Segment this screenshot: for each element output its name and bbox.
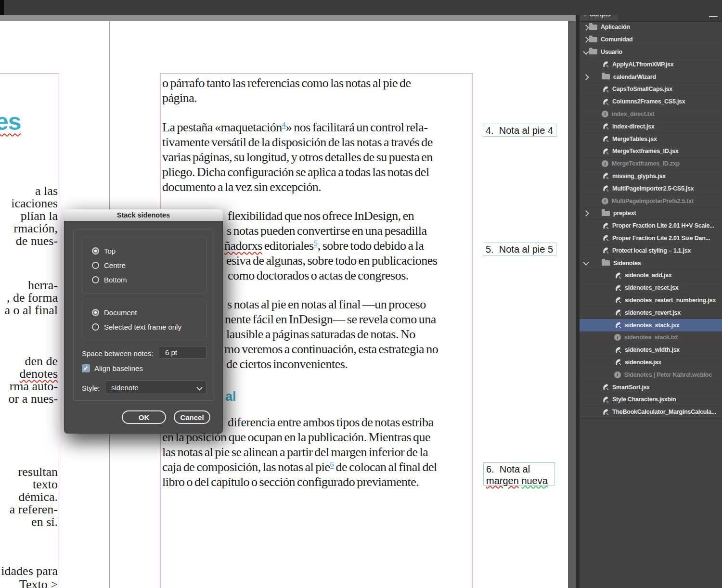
style-dropdown-value: sidenote [111, 383, 139, 392]
folder-item-usuario[interactable]: Usuario [580, 46, 722, 59]
text-run: texto [33, 477, 58, 491]
script-item-missing-glyphs-jsx[interactable]: missing_glyphs.jsx [580, 170, 722, 183]
info-item-mergetextframes-id-zxp[interactable]: iMergeTextframes_ID.zxp [580, 158, 722, 170]
chevron-right-icon[interactable] [583, 25, 589, 31]
script-icon [614, 358, 621, 366]
script-item-sidenotes-restart-numbering-jsx[interactable]: sidenotes_restart_numbering.jsx [580, 294, 722, 307]
script-item-sidenotes-reset-jsx[interactable]: sidenotes_reset.jsx [580, 282, 722, 294]
info-icon: i [614, 334, 621, 341]
misspelled-word: ñadorxs [224, 239, 262, 253]
text-run: or a nues- [8, 392, 58, 406]
script-item-label: MergeTextframes_ID.zxp [612, 160, 680, 167]
script-icon [602, 185, 609, 192]
chevron-right-icon[interactable] [583, 37, 589, 43]
info-item-sidenotes-stack-txt[interactable]: isidenotes_stack.txt [580, 332, 722, 344]
position-groupbox: TopCentreBottom [82, 237, 207, 294]
folder-icon [602, 74, 610, 79]
script-item-multipageimporter2-5-cs5-jsx[interactable]: MultiPageImporter2.5-CS5.jsx [580, 182, 722, 195]
script-item-style-characters-jsxbin[interactable]: Style Characters.jsxbin [580, 394, 722, 406]
info-icon: i [614, 371, 621, 378]
text-run: libro o del capítulo o sección configura… [162, 475, 419, 489]
radio-label: Top [104, 247, 116, 255]
script-item-sidenote-add-jsx[interactable]: sidenote_add.jsx [580, 269, 722, 282]
sidenote-frame-5[interactable]: 5. Nota al pie 5 [483, 243, 556, 256]
sidenote-frame-6[interactable]: 6. Nota almargen nueva [483, 462, 555, 486]
footnote-link[interactable]: 4 [282, 121, 286, 129]
document-text-line: esiva de algunas, sobre todo en publicac… [226, 254, 437, 268]
folder-item-comunidad[interactable]: Comunidad [580, 34, 722, 46]
script-icon [614, 296, 621, 304]
style-dropdown[interactable]: sidenote [105, 381, 207, 394]
chevron-down-icon[interactable] [583, 259, 589, 266]
script-item-protect-local-styling-1-1-jsx[interactable]: Protect local styling – 1.1.jsx [580, 244, 722, 257]
script-item-label: sidenotes_stack.jsx [625, 322, 679, 329]
script-item-proper-fraction-lite-2-01-h-v-scale[interactable]: Proper Fraction Lite 2.01 H+V Scale... [580, 220, 722, 232]
chevron-down-icon[interactable] [583, 49, 589, 55]
script-item-sidenotes-stack-jsx[interactable]: sidenotes_stack.jsx [580, 319, 722, 332]
script-item-sidenotes-jsx[interactable]: sidenotes.jsx [580, 357, 722, 369]
folder-item-preptext[interactable]: preptext [580, 207, 722, 220]
folder-item-sidenotes[interactable]: Sidenotes [580, 257, 722, 269]
top-bar-corner [0, 0, 4, 15]
radio-option-top[interactable]: Top [92, 247, 206, 255]
radio-option-selected-text-frame-only[interactable]: Selected text frame only [92, 323, 206, 331]
document-text-line: s notas al pie en notas al final —un pro… [227, 297, 426, 312]
script-item-sidenotes-width-jsx[interactable]: sidenotes_width.jsx [580, 344, 722, 357]
cancel-button[interactable]: Cancel [174, 410, 210, 424]
script-item-applyaltfromxmp-jsx[interactable]: ApplyALTfromXMP.jsx [580, 58, 722, 71]
radio-icon[interactable] [92, 276, 99, 283]
align-baselines-checkbox[interactable]: ✓ [82, 364, 90, 372]
script-item-mergetables-jsx[interactable]: MergeTables.jsx [580, 133, 722, 145]
sidenote-frame-4[interactable]: 4. Nota al pie 4 [483, 124, 556, 137]
radio-icon[interactable] [92, 323, 99, 331]
chevron-right-icon[interactable] [583, 74, 589, 80]
radio-icon[interactable] [92, 262, 99, 269]
script-item-label: SmartSort.jsx [612, 384, 650, 391]
script-icon [602, 148, 609, 155]
left-column-text-line: en sí. [31, 515, 58, 529]
document-text-line: libro o del capítulo o sección configura… [162, 475, 419, 489]
script-item-label: Proper Fraction Lite 2.01 H+V Scale... [612, 222, 714, 229]
info-item-multipageimporterprefs2-5-txt[interactable]: iMultiPageImporterPrefs2.5.txt [580, 195, 722, 207]
script-item-columns2frames-cs5-jsx[interactable]: Columns2Frames_CS5.jsx [580, 96, 722, 108]
radio-option-bottom[interactable]: Bottom [92, 276, 206, 284]
folder-item-aplicaci-n[interactable]: Aplicación [580, 21, 722, 34]
radio-option-centre[interactable]: Centre [92, 261, 206, 269]
chevron-right-icon[interactable] [583, 211, 589, 217]
text-run: den de [25, 354, 58, 368]
script-item-label: sidenotes_revert.jsx [625, 309, 681, 316]
radio-icon[interactable] [92, 309, 99, 316]
script-item-proper-fraction-lite-2-01-size-dan[interactable]: Proper Fraction Lite 2.01 Size Dan... [580, 232, 722, 245]
sidenote-text-line: margen nueva [486, 475, 554, 486]
folder-item-calendarwizard[interactable]: calendarWizard [580, 71, 722, 83]
document-text-line: documento a la vez sin excepción. [162, 180, 321, 194]
left-column-text-line: or a nues- [8, 392, 58, 406]
document-text-line: s notas pueden convertirse en una pesadi… [227, 224, 427, 238]
script-item-mergetextframes-id-jsx[interactable]: MergeTextframes_ID.jsx [580, 145, 722, 158]
script-item-thebookcalculator-marginscalcula[interactable]: TheBookCalculator_MarginsCalcula... [580, 406, 722, 419]
script-item-label: Usuario [601, 49, 622, 55]
radio-icon[interactable] [92, 247, 99, 255]
document-scrollbar[interactable] [568, 21, 576, 588]
footnote-link[interactable]: 6 [330, 460, 334, 469]
text-run: 5. Nota al pie 5 [486, 244, 553, 255]
document-text-line: flexibilidad que nos ofrece InDesign, en [228, 209, 414, 223]
footnote-link[interactable]: 5 [314, 239, 318, 247]
info-item-sidenotes-peter-kahrel-webloc[interactable]: iSidenotes | Peter Kahrel.webloc [580, 369, 722, 381]
ok-button[interactable]: OK [122, 410, 166, 424]
radio-label: Document [104, 308, 137, 317]
folder-icon [602, 211, 610, 216]
space-between-notes-input[interactable] [159, 346, 207, 359]
info-icon: i [602, 160, 608, 167]
script-item-label: missing_glyphs.jsx [612, 173, 666, 179]
radio-label: Centre [104, 261, 126, 269]
info-item-index-direct-txt[interactable]: iindex_direct.txt [580, 108, 722, 121]
script-item-index-direct-jsx[interactable]: index-direct.jsx [580, 120, 722, 133]
radio-option-document[interactable]: Document [92, 308, 206, 317]
text-run: La pestaña «maquetación [162, 120, 282, 134]
script-item-sidenotes-revert-jsx[interactable]: sidenotes_revert.jsx [580, 307, 722, 319]
document-text-line: las notas al pie se alinean a partir del… [162, 445, 428, 460]
document-text-line: diferencia entre ambos tipos de notas es… [228, 415, 434, 430]
script-item-smartsort-jsx[interactable]: SmartSort.jsx [580, 381, 722, 394]
script-item-capstosmallcaps-jsx[interactable]: CapsToSmallCaps.jsx [580, 83, 722, 96]
